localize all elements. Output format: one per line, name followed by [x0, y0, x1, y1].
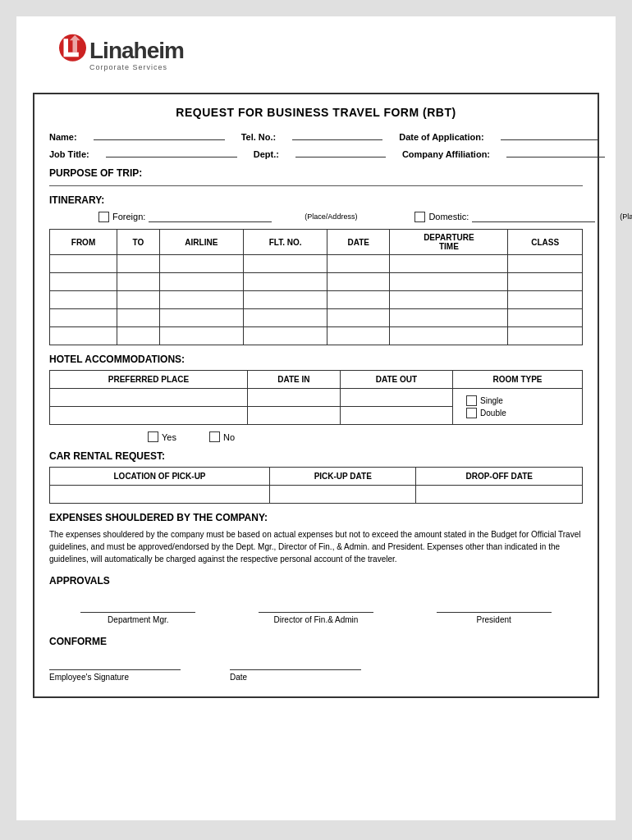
yes-label: Yes	[162, 432, 176, 442]
date-application-label: Date of Application:	[399, 132, 483, 142]
col-departure-time: DEPARTURETIME	[390, 230, 508, 255]
form-title: REQUEST FOR BUSINESS TRAVEL FORM (RBT)	[49, 106, 583, 119]
name-input[interactable]	[94, 129, 225, 140]
car-row	[50, 486, 583, 504]
page: Linaheim Corporate Services REQUEST FOR …	[16, 16, 616, 820]
col-airline: AIRLINE	[159, 230, 243, 255]
employee-signature-label: Employee's Signature	[49, 673, 181, 682]
double-checkbox[interactable]	[466, 408, 477, 418]
form-container: REQUEST FOR BUSINESS TRAVEL FORM (RBT) N…	[33, 93, 599, 698]
flight-row	[50, 327, 583, 345]
approval-dept-mgr: Department Mgr.	[49, 600, 227, 624]
approvals-row: Department Mgr. Director of Fin.& Admin …	[49, 600, 583, 624]
foreign-option: Foreign:	[98, 211, 272, 222]
domestic-sublabel: (Place/Address)	[620, 212, 632, 221]
foreign-checkbox[interactable]	[98, 212, 109, 222]
flight-row	[50, 291, 583, 309]
conforme-row: Employee's Signature Date	[49, 657, 583, 682]
col-flt-no: FLT. NO.	[244, 230, 327, 255]
flight-row	[50, 255, 583, 273]
no-label: No	[223, 432, 235, 442]
flight-table-header: FROM TO AIRLINE FLT. NO. DATE DEPARTURET…	[50, 230, 583, 255]
col-pickup-date: PICK-UP DATE	[270, 468, 416, 486]
itinerary-label: ITINERARY:	[49, 194, 583, 206]
hotel-label: HOTEL ACCOMMODATIONS:	[49, 354, 583, 365]
job-title-label: Job Title:	[49, 149, 89, 159]
header-fields: Name: Tel. No.: Date of Application: Job…	[49, 129, 583, 159]
col-date-in: DATE IN	[247, 371, 340, 389]
conforme-label: CONFORME	[49, 636, 583, 647]
date-label: Date	[230, 673, 361, 682]
yes-option: Yes	[148, 431, 176, 442]
foreign-label: Foreign:	[112, 212, 145, 221]
expenses-label: EXPENSES SHOULDERED BY THE COMPANY:	[49, 512, 583, 523]
company-logo-icon	[41, 33, 86, 78]
purpose-label: PURPOSE OF TRIP:	[49, 167, 583, 179]
col-pickup-location: LOCATION OF PICK-UP	[50, 468, 270, 486]
date-item: Date	[230, 657, 361, 682]
yes-no-row: Yes No	[49, 431, 583, 442]
name-label: Name:	[49, 132, 77, 142]
employee-signature-line[interactable]	[49, 657, 181, 670]
single-checkbox[interactable]	[466, 395, 477, 406]
expenses-text: The expenses shouldered by the company m…	[49, 528, 583, 565]
dept-mgr-line[interactable]	[80, 600, 195, 613]
domestic-input[interactable]	[472, 211, 595, 222]
dept-label: Dept.:	[254, 149, 279, 159]
president-label: President	[477, 615, 511, 624]
president-line[interactable]	[437, 600, 552, 613]
approvals-label: APPROVALS	[49, 575, 583, 587]
flight-row	[50, 309, 583, 327]
hotel-row-1: Single Double	[50, 389, 583, 407]
header-row-2: Job Title: Dept.: Company Affiliation:	[49, 146, 583, 159]
col-preferred-place: PREFERRED PLACE	[50, 371, 248, 389]
purpose-divider	[49, 185, 583, 186]
flight-row	[50, 273, 583, 291]
col-dropoff-date: DROP-OFF DATE	[416, 468, 583, 486]
yes-checkbox[interactable]	[148, 431, 158, 442]
tel-label: Tel. No.:	[241, 132, 277, 142]
col-date: DATE	[327, 230, 390, 255]
company-sub: Corporate Services	[89, 63, 184, 71]
tel-input[interactable]	[292, 129, 382, 140]
employee-signature-item: Employee's Signature	[49, 657, 181, 682]
job-title-input[interactable]	[106, 146, 237, 158]
itinerary-options-row: Foreign: (Place/Address) Domestic: (Plac…	[49, 211, 583, 222]
no-checkbox[interactable]	[209, 431, 220, 442]
col-to: TO	[117, 230, 160, 255]
double-label: Double	[480, 409, 506, 418]
col-date-out: DATE OUT	[340, 371, 452, 389]
col-room-type: ROOM TYPE	[453, 371, 583, 389]
domestic-checkbox[interactable]	[414, 212, 425, 222]
flight-table: FROM TO AIRLINE FLT. NO. DATE DEPARTURET…	[49, 229, 583, 345]
itinerary-section: ITINERARY: Foreign: (Place/Address) Dome…	[49, 194, 583, 345]
car-rental-table: LOCATION OF PICK-UP PICK-UP DATE DROP-OF…	[49, 467, 583, 504]
date-application-input[interactable]	[501, 129, 599, 140]
director-line[interactable]	[259, 600, 373, 613]
company-name: Linaheim	[89, 39, 184, 62]
logo-text: Linaheim Corporate Services	[89, 39, 184, 71]
dept-mgr-label: Department Mgr.	[108, 615, 168, 624]
hotel-table: PREFERRED PLACE DATE IN DATE OUT ROOM TY…	[49, 370, 583, 425]
double-option: Double	[466, 408, 506, 418]
approval-director: Director of Fin.& Admin	[227, 600, 405, 624]
domestic-option: Domestic:	[414, 211, 595, 222]
dept-input[interactable]	[295, 146, 386, 158]
logo-area: Linaheim Corporate Services	[33, 33, 599, 78]
director-label: Director of Fin.& Admin	[274, 615, 359, 624]
date-line[interactable]	[230, 657, 361, 670]
domestic-label: Domestic:	[428, 212, 469, 221]
company-affiliation-label: Company Affiliation:	[402, 149, 490, 159]
company-affiliation-input[interactable]	[506, 146, 605, 158]
car-header: LOCATION OF PICK-UP PICK-UP DATE DROP-OF…	[50, 468, 583, 486]
single-option: Single	[466, 395, 503, 406]
foreign-input[interactable]	[149, 211, 272, 222]
single-label: Single	[480, 396, 503, 405]
hotel-header: PREFERRED PLACE DATE IN DATE OUT ROOM TY…	[50, 371, 583, 389]
car-rental-label: CAR RENTAL REQUEST:	[49, 450, 583, 462]
col-from: FROM	[50, 230, 117, 255]
col-class: CLASS	[508, 230, 583, 255]
approval-president: President	[405, 600, 583, 624]
header-row-1: Name: Tel. No.: Date of Application:	[49, 129, 583, 142]
room-type-cell: Single Double	[458, 395, 577, 418]
